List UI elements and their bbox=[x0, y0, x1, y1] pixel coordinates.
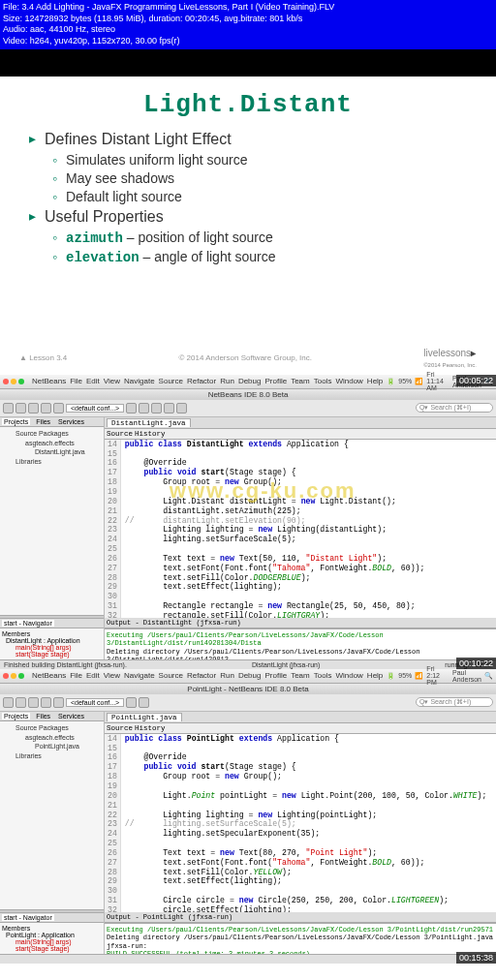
output-panel-title[interactable]: Output - DistantLight (jfxsa-run) bbox=[105, 618, 496, 628]
menu-run[interactable]: Run bbox=[220, 377, 234, 385]
menu-source[interactable]: Source bbox=[159, 671, 183, 680]
editor-source-view[interactable]: Source bbox=[107, 724, 133, 732]
toolbar-new-icon[interactable] bbox=[3, 697, 14, 708]
toolbar-undo-icon[interactable] bbox=[41, 403, 51, 413]
nav-members-dropdown[interactable]: Members bbox=[2, 630, 102, 637]
toolbar-open-icon[interactable] bbox=[16, 697, 26, 708]
menu-view[interactable]: View bbox=[104, 377, 120, 385]
nav-method[interactable]: start(Stage stage) bbox=[2, 945, 102, 952]
tab-services[interactable]: Services bbox=[56, 713, 86, 720]
toolbar-new-icon[interactable] bbox=[3, 403, 14, 413]
menu-help[interactable]: Help bbox=[367, 377, 383, 385]
fileinfo-line: Audio: aac, 44100 Hz, stereo bbox=[3, 24, 493, 36]
toolbar-clean-icon[interactable] bbox=[139, 403, 149, 413]
editor-tab[interactable]: DistantLight.java bbox=[107, 418, 191, 427]
tree-libraries[interactable]: Libraries bbox=[2, 751, 102, 761]
window-controls[interactable] bbox=[3, 379, 24, 384]
nav-method[interactable]: main(String[] args) bbox=[2, 938, 102, 945]
nav-method[interactable]: main(String[] args) bbox=[2, 644, 102, 651]
menu-profile[interactable]: Profile bbox=[264, 671, 287, 680]
menu-debug[interactable]: Debug bbox=[238, 377, 262, 385]
nav-class[interactable]: PointLight : Application bbox=[2, 932, 102, 938]
output-panel-title[interactable]: Output - PointLight (jfxsa-run) bbox=[105, 912, 496, 923]
tree-java-file[interactable]: DistantLight.java bbox=[2, 447, 102, 457]
file-info-overlay: File: 3.4 Add Lighting - JavaFX Programm… bbox=[0, 0, 496, 49]
code-editor[interactable]: PointLight.java Source History 14 15 16 … bbox=[105, 712, 496, 954]
toolbar-save-icon[interactable] bbox=[28, 697, 39, 708]
menu-team[interactable]: Team bbox=[291, 671, 310, 680]
toolbar-run-icon[interactable] bbox=[139, 697, 149, 708]
toolbar-redo-icon[interactable] bbox=[53, 697, 64, 708]
tab-projects[interactable]: Projects bbox=[2, 418, 30, 425]
editor-history-view[interactable]: History bbox=[135, 430, 166, 438]
output-panel[interactable]: Executing /Users/paul/Clients/Pearson/Li… bbox=[105, 923, 496, 954]
toolbar-run-icon[interactable] bbox=[151, 403, 162, 413]
window-controls[interactable] bbox=[3, 673, 24, 679]
tab-services[interactable]: Services bbox=[56, 418, 86, 425]
menu-profile[interactable]: Profile bbox=[264, 377, 287, 385]
menu-view[interactable]: View bbox=[104, 671, 120, 680]
output-panel[interactable]: Executing /Users/paul/Clients/Pearson/Li… bbox=[105, 628, 496, 659]
tree-package[interactable]: asgteach.effects bbox=[2, 439, 102, 448]
project-tree[interactable]: Source Packages asgteach.effects PointLi… bbox=[0, 721, 104, 909]
config-dropdown[interactable]: <default conf...> bbox=[66, 404, 124, 413]
menu-tools[interactable]: Tools bbox=[314, 377, 332, 385]
menu-window[interactable]: Window bbox=[335, 671, 362, 680]
nav-method[interactable]: start(Stage stage) bbox=[2, 651, 102, 658]
menu-navigate[interactable]: Navigate bbox=[124, 377, 155, 385]
tree-package[interactable]: asgteach.effects bbox=[2, 733, 102, 743]
code-content[interactable]: public class PointLight extends Applicat… bbox=[121, 734, 496, 912]
tab-files[interactable]: Files bbox=[34, 713, 52, 720]
toolbar-debug-icon[interactable] bbox=[164, 403, 174, 413]
menu-edit[interactable]: Edit bbox=[86, 671, 100, 680]
menu-help[interactable]: Help bbox=[367, 671, 383, 680]
menu-file[interactable]: File bbox=[70, 671, 82, 680]
search-input[interactable]: Q▾ Search (⌘+I) bbox=[416, 697, 493, 707]
menu-navigate[interactable]: Navigate bbox=[124, 671, 155, 680]
menu-file[interactable]: File bbox=[70, 377, 82, 385]
navigator-title[interactable]: start - Navigator bbox=[2, 620, 54, 627]
editor-source-view[interactable]: Source bbox=[107, 430, 133, 438]
menu-team[interactable]: Team bbox=[291, 377, 310, 385]
toolbar-profile-icon[interactable] bbox=[176, 403, 187, 413]
status-bar: 24:38 bbox=[0, 954, 496, 964]
project-tree[interactable]: Source Packages asgteach.effects Distant… bbox=[0, 427, 104, 615]
nav-class[interactable]: DistantLight : Application bbox=[2, 637, 102, 644]
search-input[interactable]: Q▾ Search (⌘+I) bbox=[416, 403, 493, 413]
menu-edit[interactable]: Edit bbox=[86, 377, 100, 385]
menu-refactor[interactable]: Refactor bbox=[187, 377, 216, 385]
menu-netbeans[interactable]: NetBeans bbox=[32, 671, 66, 680]
menu-run[interactable]: Run bbox=[220, 671, 234, 680]
tab-files[interactable]: Files bbox=[34, 418, 52, 425]
video-timestamp: 00:15:38 bbox=[456, 952, 496, 964]
menu-refactor[interactable]: Refactor bbox=[187, 671, 216, 680]
toolbar-build-icon[interactable] bbox=[126, 697, 137, 708]
tab-projects[interactable]: Projects bbox=[2, 713, 30, 720]
tree-source-packages[interactable]: Source Packages bbox=[2, 723, 102, 733]
toolbar-open-icon[interactable] bbox=[16, 403, 26, 413]
toolbar-redo-icon[interactable] bbox=[53, 403, 64, 413]
tree-java-file[interactable]: PointLight.java bbox=[2, 742, 102, 751]
tree-libraries[interactable]: Libraries bbox=[2, 457, 102, 467]
clock: Fri 11:14 AM bbox=[426, 371, 450, 391]
config-dropdown[interactable]: <default conf...> bbox=[66, 698, 124, 707]
menu-tools[interactable]: Tools bbox=[314, 671, 332, 680]
nav-members-dropdown[interactable]: Members bbox=[2, 925, 102, 932]
menu-debug[interactable]: Debug bbox=[238, 671, 262, 680]
toolbar-undo-icon[interactable] bbox=[41, 697, 51, 708]
spotlight-icon[interactable]: 🔍 bbox=[484, 672, 493, 680]
toolbar-build-icon[interactable] bbox=[126, 403, 137, 413]
menu-window[interactable]: Window bbox=[335, 377, 362, 385]
editor-history-view[interactable]: History bbox=[135, 724, 166, 732]
editor-tab[interactable]: PointLight.java bbox=[107, 713, 182, 721]
code-content[interactable]: public class DistantLight extends Applic… bbox=[121, 440, 496, 618]
watermark: www.cg-ku.com bbox=[170, 478, 356, 504]
battery-icon: 🔋 bbox=[387, 672, 395, 680]
code-editor[interactable]: DistantLight.java Source History 14 15 1… bbox=[105, 417, 496, 659]
menu-netbeans[interactable]: NetBeans bbox=[32, 377, 66, 385]
toolbar-save-icon[interactable] bbox=[28, 403, 39, 413]
menu-source[interactable]: Source bbox=[159, 377, 183, 385]
user-name: Paul Anderson bbox=[452, 669, 481, 683]
navigator-title[interactable]: start - Navigator bbox=[2, 914, 54, 921]
tree-source-packages[interactable]: Source Packages bbox=[2, 429, 102, 439]
